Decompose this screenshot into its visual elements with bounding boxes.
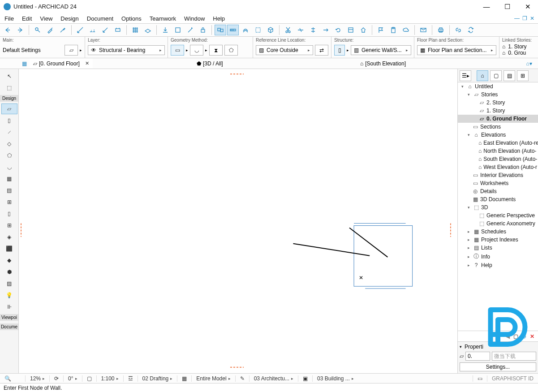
minimize-button[interactable]: — <box>476 0 497 13</box>
tab-grid-icon[interactable]: ▦ <box>19 59 30 68</box>
menu-help[interactable]: Help <box>213 15 225 22</box>
delete-view-icon[interactable]: ✕ <box>530 333 534 340</box>
redo-button[interactable] <box>14 25 26 35</box>
ref-dropdown[interactable]: ▨ Core Outside ▸ <box>256 45 313 55</box>
tab-ground-floor[interactable]: ▱ [0. Ground Floor] ✕ <box>30 58 93 69</box>
nav-publisher-tab[interactable]: ⊞ <box>517 70 529 81</box>
geom-poly-icon[interactable]: ⬠ <box>224 45 238 56</box>
tree-elevations[interactable]: ▾⌂Elevations <box>458 131 538 139</box>
ruler-button[interactable] <box>74 25 86 35</box>
tree-east-elev[interactable]: ⌂East Elevation (Auto-re <box>458 139 538 147</box>
view-button[interactable] <box>417 25 429 35</box>
mesh-tool[interactable]: ▦ <box>1 173 17 184</box>
gravity-button[interactable] <box>159 25 171 35</box>
tree-details[interactable]: ◎Details <box>458 187 538 195</box>
tree-north-elev[interactable]: ⌂North Elevation (Auto- <box>458 147 538 155</box>
layer-dropdown[interactable]: 👁 Structural - Bearing ▸ <box>88 45 165 55</box>
expand-panel-icon[interactable]: ▭ <box>473 375 487 382</box>
roof-tool[interactable]: ⬠ <box>1 150 17 161</box>
undo-button[interactable] <box>2 25 13 35</box>
cloud-button[interactable] <box>400 25 412 35</box>
door-tool[interactable]: ▯ <box>1 208 17 219</box>
add-view-icon[interactable]: ⊕ <box>522 333 526 340</box>
morph-tool[interactable]: ◆ <box>1 255 17 266</box>
build-combo[interactable]: 03 Building ... <box>317 375 350 382</box>
object-tool[interactable]: ⬢ <box>1 267 17 277</box>
struct-basic-button[interactable]: ▯ <box>334 45 345 56</box>
sync-button[interactable] <box>465 25 477 35</box>
tree-3d-docs[interactable]: ▦3D Documents <box>458 195 538 203</box>
nav-view-map-tab[interactable]: ▢ <box>490 70 502 81</box>
arrow-tool[interactable]: ↖ <box>1 71 17 82</box>
pen-icon[interactable]: ✎ <box>235 375 249 382</box>
viewpoi-label[interactable]: Viewpoi <box>0 314 18 321</box>
trim-button[interactable] <box>295 25 306 35</box>
zone-tool[interactable]: ▨ <box>1 278 17 289</box>
column-tool[interactable]: ▯ <box>1 115 17 126</box>
tree-interior[interactable]: ▭Interior Elevations <box>458 171 538 179</box>
lock-button[interactable] <box>197 25 209 35</box>
measure-button[interactable] <box>227 25 239 35</box>
layer-combo[interactable]: 02 Drafting <box>142 375 169 382</box>
close-icon[interactable]: ✕ <box>85 60 89 66</box>
tab-3d[interactable]: ⬟ [3D / All] <box>193 58 227 69</box>
edit-button[interactable] <box>345 25 357 35</box>
tree-stories[interactable]: ▾▱Stories <box>458 90 538 99</box>
linked-story-1[interactable]: 1. Story <box>508 43 526 50</box>
tree-axonometry[interactable]: ⬚Generic Axonometry <box>458 220 538 228</box>
curtain-wall-tool[interactable]: ⊞ <box>1 197 17 207</box>
clipboard-button[interactable] <box>387 25 399 35</box>
marquee-3d-button[interactable] <box>265 25 276 35</box>
maximize-button[interactable]: ☐ <box>497 0 517 13</box>
dimension-button[interactable] <box>112 25 124 35</box>
plane-button[interactable] <box>142 25 154 35</box>
rotate-button[interactable] <box>332 25 344 35</box>
tab-south-elevation[interactable]: ⌂ [South Elevation] <box>357 58 409 69</box>
mvo-icon[interactable]: ▣ <box>298 375 312 382</box>
nav-project-map-tab[interactable]: ⌂ <box>477 70 488 81</box>
stair-tool[interactable]: ▤ <box>1 185 17 196</box>
geom-straight-button[interactable]: ▭ <box>171 45 184 56</box>
canvas[interactable]: ✕ <box>19 69 457 373</box>
shell-tool[interactable]: ◡ <box>1 162 17 172</box>
beam-tool[interactable]: ⟋ <box>1 127 17 138</box>
flag-button[interactable] <box>375 25 387 35</box>
adjust-button[interactable] <box>320 25 331 35</box>
menu-edit[interactable]: Edit <box>22 15 32 22</box>
design-label[interactable]: Design <box>0 95 18 102</box>
marquee-button[interactable] <box>252 25 264 35</box>
tree-worksheets[interactable]: ▭Worksheets <box>458 179 538 187</box>
close-button[interactable]: ✕ <box>517 0 538 13</box>
settings-button[interactable]: Settings... <box>460 362 536 371</box>
prop-id-field[interactable]: 0. <box>465 352 490 361</box>
default-settings[interactable]: Default Settings <box>3 47 63 53</box>
menu-document[interactable]: Document <box>87 15 113 22</box>
home-button[interactable] <box>357 25 369 35</box>
tree-help[interactable]: ▸?Help <box>458 261 538 269</box>
split-button[interactable] <box>307 25 319 35</box>
tree-indexes[interactable]: ▸▦Project Indexes <box>458 236 538 244</box>
mdi-close-icon[interactable]: ✕ <box>530 15 534 22</box>
snap-button[interactable] <box>99 25 111 35</box>
tree-untitled[interactable]: ▾⌂Untitled <box>458 82 538 90</box>
model-icon[interactable]: ▦ <box>177 375 191 382</box>
menu-options[interactable]: Options <box>121 15 142 22</box>
layers-icon[interactable]: ☲ <box>123 375 138 382</box>
menu-view[interactable]: View <box>40 15 52 22</box>
mdi-minimize-icon[interactable]: — <box>514 15 520 22</box>
tree-3d[interactable]: ▾⬚3D <box>458 203 538 211</box>
linked-story-0[interactable]: 0. Grou <box>508 50 526 56</box>
suspend-groups-button[interactable] <box>215 25 226 35</box>
print-button[interactable] <box>435 25 447 35</box>
opening-tool[interactable]: ⬛ <box>1 243 17 254</box>
wall-settings-icon[interactable]: ▱ <box>65 45 78 56</box>
zoom-icons[interactable]: 🔍 <box>0 375 25 382</box>
cut-button[interactable] <box>282 25 294 35</box>
graphisoft-id[interactable]: GRAPHISOFT ID <box>487 375 538 382</box>
eyedropper-button[interactable] <box>44 25 56 35</box>
tree-info[interactable]: ▸ⓘInfo <box>458 252 538 261</box>
guide-button[interactable] <box>87 25 99 35</box>
tree-west-elev[interactable]: ⌂West Elevation (Auto-r <box>458 163 538 171</box>
nav-popup-button[interactable]: ☰▸ <box>460 70 471 81</box>
tree-perspective[interactable]: ⬚Generic Perspective <box>458 211 538 220</box>
